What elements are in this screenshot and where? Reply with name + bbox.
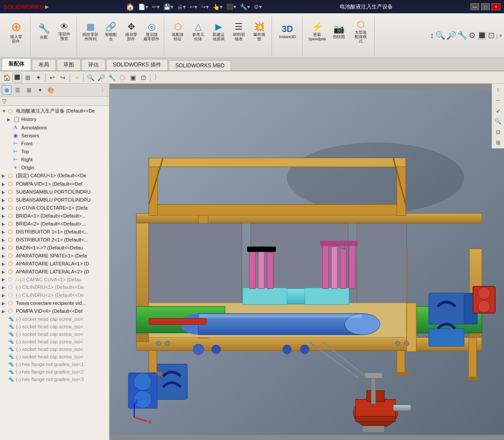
toolbar-icon-3[interactable]: 🔎 xyxy=(446,31,456,40)
bom-button[interactable]: ☰ 材料明细表 xyxy=(229,16,248,47)
tab-assembly[interactable]: 装配体 xyxy=(2,58,31,70)
view-icon-box[interactable]: ⊡ xyxy=(139,73,148,82)
toolbar-icon-5[interactable]: ⚙ xyxy=(469,31,476,40)
instant3d-button[interactable]: 3D Instant3D xyxy=(275,16,299,47)
tree-item-nut2[interactable]: 🔩 (-) hex flange nut gradea_iso<2 xyxy=(1,368,108,375)
right-icon-6[interactable]: ⊞ xyxy=(493,138,503,148)
show-hide-button[interactable]: ◎ 显示隐藏零部件 xyxy=(142,16,161,47)
tree-item-screw3[interactable]: 🔩 (-) socket head cap screw_iso< xyxy=(1,330,108,338)
tab-layout[interactable]: 布局 xyxy=(32,59,56,70)
tab-sw-mbd[interactable]: SOLIDWORKS MBD xyxy=(169,60,231,70)
tab-evaluate[interactable]: 评估 xyxy=(81,59,105,70)
linear-pattern-button[interactable]: ▦ 线性零部件阵列 xyxy=(81,16,100,47)
view-icon-arrow[interactable]: → xyxy=(72,73,81,82)
tree-icon-nut3: 🔩 xyxy=(8,376,15,382)
smart-mate-button[interactable]: 🔗 智能配合 xyxy=(101,16,120,47)
maximize-button[interactable]: □ xyxy=(481,3,490,10)
tree-item-dist2[interactable]: ▶ ⬡ DISTRIBUITOR 2<1> (Default<... xyxy=(1,236,108,244)
tree-item-screw6[interactable]: 🔩 (-) socket head cap screw_iso< xyxy=(1,353,108,360)
tree-item-front[interactable]: ⊢ Front xyxy=(1,140,108,148)
window-controls[interactable]: — □ × xyxy=(470,3,500,10)
tree-item-screw2[interactable]: 🔩 (-) socket head cap screw_iso< xyxy=(1,323,108,330)
tree-item-origin[interactable]: ✦ Origin xyxy=(1,164,108,171)
tree-item-sensors[interactable]: ◉ Sensors xyxy=(1,132,108,140)
tree-item-pompa4[interactable]: ▶ ⬡ POMPA VID<4> (Default<<Def xyxy=(1,307,108,315)
tree-root[interactable]: ▼ ⬡ 电池酸液注入生产设备 (Default<<De xyxy=(1,107,108,115)
panel-expand-button[interactable]: 〉 xyxy=(101,86,107,94)
right-icon-3[interactable]: ↙ xyxy=(493,106,503,116)
panel-icon-config[interactable]: ✦ xyxy=(35,85,45,95)
toolbar-icon-6[interactable]: 🔳 xyxy=(477,31,487,40)
tree-item-lat2[interactable]: ▶ ⬡ APARATOARE LATERALA<2> (D xyxy=(1,268,108,276)
tab-sketch[interactable]: 草图 xyxy=(57,59,81,70)
right-icon-4[interactable]: 🔍 xyxy=(493,117,503,126)
view-icon-settings[interactable]: 🔧 xyxy=(107,73,116,82)
panel-icon-list[interactable]: ☰ xyxy=(13,85,23,95)
tree-item-lat1[interactable]: ▶ ⬡ APARATOARE LATERALA<1> (D xyxy=(1,260,108,268)
right-icon-5[interactable]: ⊡ xyxy=(493,127,503,137)
update-speedpak-button[interactable]: ⚡ 更新Speedpak xyxy=(306,16,328,47)
view-icon-front[interactable]: ⬛ xyxy=(12,73,22,82)
tree-item-screw1[interactable]: 🔩 (-) socket head cap screw_iso< xyxy=(1,315,108,323)
motion-study-button[interactable]: ▶ 新建运动算例 xyxy=(209,16,228,47)
toolbar-icon-1[interactable]: ↕ xyxy=(430,31,434,40)
panel-icon-grid[interactable]: ⊞ xyxy=(24,85,34,95)
view-icon-grid[interactable]: ⊞ xyxy=(23,73,33,82)
toolbar-icon-2[interactable]: 🔍 xyxy=(435,31,445,40)
tree-item-cuva[interactable]: ▶ ⬡ (-) CUVA COLECTARE<1> (Defa xyxy=(1,204,108,212)
tree-item-annotations[interactable]: A Annotations xyxy=(1,123,108,132)
tree-item-brida1[interactable]: ▶ ⬡ BRIDA<1> (Default<<Default>... xyxy=(1,212,108,220)
component-preview-button[interactable]: 👁 零部件预览 xyxy=(54,16,74,47)
tree-item-screw5[interactable]: 🔩 (-) socket head cap screw_iso< xyxy=(1,345,108,353)
toolbar-icon-4[interactable]: 🔧 xyxy=(457,31,467,40)
tree-item-cil1[interactable]: ▶ ⬡ (-) CILINDRU<1> (Default<<De xyxy=(1,283,108,291)
view-icon-grid2[interactable]: ▣ xyxy=(128,73,138,82)
tree-item-bazin[interactable]: ▶ ⬡ BAZIN<1>->? (Default<<Defau xyxy=(1,244,108,252)
view-icon-zoom[interactable]: 🔎 xyxy=(96,73,106,82)
toolbar-icon-7[interactable]: ⊡ xyxy=(488,31,495,40)
tree-icon-dist2: ⬡ xyxy=(8,237,15,243)
tree-item-cil2[interactable]: ▶ ⬡ (-) CILINDRU<2> (Default<<De xyxy=(1,291,108,299)
tree-item-brida2[interactable]: ▶ ⬡ BRIDA<2> (Default<<Default>... xyxy=(1,220,108,228)
tree-item-top[interactable]: ⊢ Top xyxy=(1,148,108,156)
tree-item-pompa1[interactable]: ▶ ⬡ POMPA VID<1> (Default<<Def xyxy=(1,180,108,188)
tree-item-right[interactable]: ⊢ Right xyxy=(1,156,108,164)
filter-icon[interactable]: ▽ xyxy=(2,97,7,105)
right-icon-2[interactable]: ↔ xyxy=(493,95,503,105)
tree-item-sub1[interactable]: ▶ ⬡ SUBANSAMBLU PORTCILINDRU xyxy=(1,188,108,196)
view-icon-expand[interactable]: 〉 xyxy=(152,73,162,82)
panel-icon-appearance[interactable]: 🎨 xyxy=(46,85,56,95)
close-button[interactable]: × xyxy=(492,3,500,10)
large-assembly-button[interactable]: ⬡ 大型装配体模式 xyxy=(349,16,372,47)
insert-component-button[interactable]: ⊕ 插入零部件 xyxy=(4,16,27,47)
view-icon-rotate[interactable]: ↩ xyxy=(47,73,57,82)
view-icon-hex[interactable]: ⬡ xyxy=(117,73,127,82)
tree-label-bazin: BAZIN<1>->? (Default<<Defau xyxy=(16,245,83,250)
tree-item-nut3[interactable]: 🔩 (-) hex flange nut gradea_iso<3 xyxy=(1,375,108,383)
view-icon-cross[interactable]: ✦ xyxy=(34,73,43,82)
explode-view-button[interactable]: 💥 爆炸视图 xyxy=(249,16,269,47)
move-component-button[interactable]: ✥ 移动零部件 xyxy=(121,16,141,47)
view-icon-search[interactable]: 🔍 xyxy=(85,73,95,82)
tree-item-screw4[interactable]: 🔩 (-) socket head cap screw_iso< xyxy=(1,338,108,345)
tree-item-capac[interactable]: ▶ ⬡ ⚠ (-) CAPAC CUVA<1> (Defau xyxy=(1,276,108,283)
minimize-button[interactable]: — xyxy=(470,3,479,10)
assembly-feature-button[interactable]: ⬡ 装配体特征 xyxy=(168,16,187,47)
tree-item-nut1[interactable]: 🔩 (-) hex flange nut gradea_iso<1 xyxy=(1,360,108,368)
tree-icon-screw4: 🔩 xyxy=(8,339,15,344)
view-icon-home[interactable]: 🏠 xyxy=(2,73,12,82)
ref-geometry-button[interactable]: △ 参考几何体 xyxy=(188,16,208,47)
tree-item-history[interactable]: ▶ 📋 History xyxy=(1,115,108,123)
snapshot-button[interactable]: 📷 拍快照 xyxy=(329,16,349,47)
tree-item-spate[interactable]: ▶ ⬡ APARATOARE SPATE<1> (Defa xyxy=(1,252,108,260)
mate-button[interactable]: 🔧 合配 xyxy=(34,16,54,47)
right-icon-1[interactable]: ↕ xyxy=(493,85,503,94)
tree-item-teava[interactable]: ▶ ⬡ Teava conectare recipiente vid... xyxy=(1,299,108,307)
tree-item-dist1[interactable]: ▶ ⬡ DISTRIBUITOR 1<1> (Default<... xyxy=(1,228,108,236)
panel-icon-tree[interactable]: ⊕ xyxy=(2,85,12,95)
view-icon-redo[interactable]: ↪ xyxy=(58,73,68,82)
viewport[interactable]: Z X ↕ ↔ ↙ 🔍 ⊡ ⊞ xyxy=(110,84,504,440)
tree-item-cadru[interactable]: ▶ ⬡ (固定) CADRU<1> (Default<<De xyxy=(1,171,108,180)
tab-sw-plugins[interactable]: SOLIDWORKS 插件 xyxy=(106,59,168,70)
tree-item-sub2[interactable]: ▶ ⬡ SUBANSAMBLU PORTCILINDRU xyxy=(1,196,108,204)
